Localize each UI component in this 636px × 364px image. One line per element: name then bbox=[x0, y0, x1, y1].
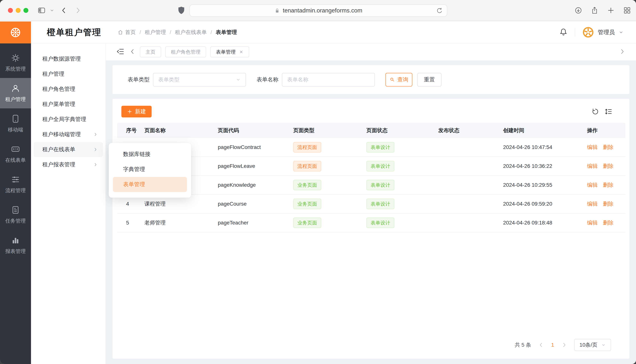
submenu-item-db-link[interactable]: 数据库链接 bbox=[109, 147, 191, 162]
type-tag: 流程页面 bbox=[293, 161, 321, 172]
reset-button[interactable]: 重置 bbox=[417, 73, 442, 86]
refresh-icon[interactable] bbox=[591, 108, 599, 115]
edit-link[interactable]: 编辑 bbox=[587, 182, 598, 188]
user-menu[interactable]: 管理员 bbox=[582, 26, 623, 38]
share-icon[interactable] bbox=[591, 6, 598, 14]
delete-link[interactable]: 删除 bbox=[603, 144, 613, 151]
tabs-scroll-right-icon[interactable] bbox=[619, 48, 625, 56]
cell-created: 2024-04-26 10:29:55 bbox=[503, 182, 587, 188]
zoom-window-button[interactable] bbox=[24, 8, 28, 13]
filter-panel: 表单类型 表单类型 表单名称 查询 重置 bbox=[112, 65, 629, 94]
delete-link[interactable]: 删除 bbox=[603, 182, 613, 188]
edit-link[interactable]: 编辑 bbox=[587, 144, 598, 151]
forward-button[interactable] bbox=[74, 6, 82, 14]
downloads-icon[interactable] bbox=[574, 6, 582, 14]
submenu-item-form-mgmt[interactable]: 表单管理 bbox=[113, 177, 187, 192]
delete-link[interactable]: 删除 bbox=[603, 219, 613, 226]
sidebar-toggle-icon[interactable] bbox=[38, 6, 46, 14]
form-type-label: 表单类型 bbox=[128, 76, 149, 84]
minimize-window-button[interactable] bbox=[16, 8, 21, 13]
sidebar-item-role[interactable]: 租户角色管理 bbox=[31, 82, 105, 97]
cell-code: pageTeacher bbox=[218, 220, 293, 226]
form-name-label: 表单名称 bbox=[257, 76, 279, 84]
secondary-sidebar: 租户数据源管理 租户管理 租户角色管理 租户菜单管理 租户全局字典管理 租户移动… bbox=[31, 44, 106, 364]
close-tab-icon[interactable] bbox=[239, 50, 244, 54]
sliders-icon bbox=[11, 175, 20, 184]
chevron-down-icon bbox=[236, 77, 241, 82]
address-bar[interactable]: tenantadmin.orangeforms.com bbox=[189, 4, 447, 17]
breadcrumb-home[interactable]: 首页 bbox=[118, 29, 136, 36]
row-density-icon[interactable] bbox=[605, 108, 612, 115]
form-name-input[interactable] bbox=[282, 73, 375, 86]
cell-name: 课程管理 bbox=[144, 200, 218, 208]
gear-icon bbox=[11, 54, 20, 62]
page-size-select[interactable]: 10条/页 bbox=[574, 339, 611, 351]
breadcrumb-item[interactable]: 租户管理 bbox=[145, 29, 166, 36]
chevron-right-icon bbox=[93, 162, 98, 167]
rail-item-tenant[interactable]: 租户管理 bbox=[0, 78, 31, 108]
close-window-button[interactable] bbox=[8, 8, 13, 13]
page-title: 橙单租户管理 bbox=[47, 26, 101, 38]
prev-page-icon[interactable] bbox=[538, 342, 544, 348]
tab-form-mgmt[interactable]: 表单管理 bbox=[210, 46, 249, 58]
table-body: pageFlowContract 流程页面 表单设计 2024-04-26 10… bbox=[117, 138, 625, 232]
privacy-shield-icon[interactable] bbox=[177, 6, 185, 15]
rail-item-flow[interactable]: 流程管理 bbox=[0, 169, 31, 200]
rail-item-task[interactable]: 任务管理 bbox=[0, 200, 31, 230]
cell-code: pageCourse bbox=[218, 201, 293, 207]
rail-item-report[interactable]: 报表管理 bbox=[0, 230, 31, 260]
next-page-icon[interactable] bbox=[561, 342, 567, 348]
breadcrumb: 首页 / 租户管理 / 租户在线表单 / 表单管理 bbox=[118, 29, 237, 36]
sidebar-item-online-form[interactable]: 租户在线表单 bbox=[34, 142, 103, 157]
primary-nav-rail: 系统管理 租户管理 移动端 在线表单 bbox=[0, 44, 31, 364]
browser-window: tenantadmin.orangeforms.com bbox=[0, 0, 636, 364]
create-button[interactable]: 新建 bbox=[121, 106, 152, 118]
chevron-right-icon bbox=[93, 132, 98, 137]
toolbar-chevron-down-icon[interactable] bbox=[50, 8, 55, 13]
sidebar-item-tenant[interactable]: 租户管理 bbox=[31, 66, 105, 82]
user-icon bbox=[11, 84, 20, 93]
back-button[interactable] bbox=[60, 6, 68, 14]
rail-item-mobile[interactable]: 移动端 bbox=[0, 108, 31, 139]
sidebar-item-menu[interactable]: 租户菜单管理 bbox=[31, 97, 105, 112]
delete-link[interactable]: 删除 bbox=[603, 200, 613, 208]
tab-bar: 主页 租户角色管理 表单管理 bbox=[106, 44, 636, 60]
status-tag: 表单设计 bbox=[366, 142, 394, 152]
edit-link[interactable]: 编辑 bbox=[587, 219, 598, 226]
tab-tenant-role[interactable]: 租户角色管理 bbox=[165, 46, 206, 58]
sidebar-item-report-mgmt[interactable]: 租户报表管理 bbox=[31, 157, 105, 172]
mobile-icon bbox=[11, 114, 20, 123]
edit-link[interactable]: 编辑 bbox=[587, 200, 598, 208]
sidebar-item-datasource[interactable]: 租户数据源管理 bbox=[31, 51, 105, 66]
edit-link[interactable]: 编辑 bbox=[587, 162, 598, 170]
reload-icon[interactable] bbox=[436, 7, 443, 14]
table-toolbar: 新建 bbox=[117, 104, 625, 120]
col-page-type: 页面类型 bbox=[293, 127, 366, 134]
tabs-scroll-left-icon[interactable] bbox=[129, 48, 136, 56]
tab-home[interactable]: 主页 bbox=[140, 46, 161, 58]
breadcrumb-separator: / bbox=[170, 29, 171, 35]
tab-overview-icon[interactable] bbox=[623, 6, 631, 14]
url-text: tenantadmin.orangeforms.com bbox=[283, 7, 362, 14]
collapse-menu-icon[interactable] bbox=[116, 48, 124, 56]
new-tab-icon[interactable] bbox=[607, 6, 615, 14]
cell-name: 老师管理 bbox=[144, 219, 218, 226]
browser-actions bbox=[574, 6, 631, 14]
delete-link[interactable]: 删除 bbox=[603, 162, 613, 170]
browser-toolbar: tenantadmin.orangeforms.com bbox=[0, 0, 636, 21]
breadcrumb-separator: / bbox=[210, 29, 212, 35]
sidebar-item-mobile-mgmt[interactable]: 租户移动端管理 bbox=[31, 127, 105, 142]
rail-item-online-form[interactable]: 在线表单 bbox=[0, 139, 31, 169]
notifications-bell-icon[interactable] bbox=[559, 28, 568, 37]
search-button[interactable]: 查询 bbox=[385, 73, 412, 86]
type-tag: 业务页面 bbox=[293, 180, 321, 190]
rail-item-system[interactable]: 系统管理 bbox=[0, 48, 31, 78]
cell-created: 2024-04-26 09:18:48 bbox=[503, 220, 587, 226]
submenu-item-dict[interactable]: 字典管理 bbox=[109, 162, 191, 177]
sidebar-item-dict[interactable]: 租户全局字典管理 bbox=[31, 112, 105, 127]
breadcrumb-item[interactable]: 租户在线表单 bbox=[175, 29, 207, 36]
col-actions: 操作 bbox=[587, 127, 625, 134]
form-type-select[interactable]: 表单类型 bbox=[153, 73, 246, 86]
page-number[interactable]: 1 bbox=[551, 342, 554, 348]
table-panel: 新建 bbox=[112, 99, 629, 359]
